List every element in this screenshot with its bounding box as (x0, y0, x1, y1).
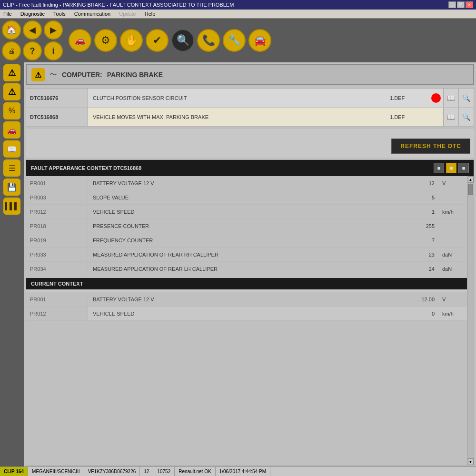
ctx-unit-pr001: V (438, 180, 467, 186)
dtc-status-1: 1.DEF (386, 95, 429, 101)
ctx-desc-pr003: SLOPE VALUE (88, 195, 400, 200)
sidebar-warning1[interactable]: ⚠ (3, 64, 20, 81)
sidebar-warning2[interactable]: ⚠ (3, 83, 20, 100)
dtc-code-1: DTC516676 (26, 89, 88, 107)
ctx-desc-pr019: FREQUENCY COUNTER (88, 238, 400, 243)
scroll-up-arrow[interactable]: ▲ (468, 176, 474, 183)
question-button[interactable]: ? (23, 41, 42, 60)
status-datetime: 1/06/2017 4:44:54 PM (216, 467, 270, 476)
scroll-down-arrow[interactable]: ▼ (468, 458, 474, 465)
transmission-button[interactable]: ⚙ (94, 29, 117, 52)
search-button[interactable]: 🔍 (171, 29, 194, 52)
forward-button[interactable]: ▶ (44, 20, 63, 40)
status-network: Renault.net OK (175, 467, 215, 476)
dtc-row-1: DTC516676 CLUTCH POSITION SENSOR CIRCUIT… (26, 89, 474, 108)
ctx-row-pr019: PR019 FREQUENCY COUNTER 7 (26, 233, 467, 248)
computer-header: ⚠ 〜 COMPUTER: PARKING BRAKE (26, 64, 474, 85)
back-button[interactable]: ◀ (23, 20, 42, 40)
sidebar-car[interactable]: 🚗 (3, 121, 20, 139)
fault-context-title: FAULT APPEARANCE CONTEXT DTC516868 (31, 165, 141, 171)
sidebar-list[interactable]: ☰ (3, 159, 20, 177)
vehicle-button[interactable]: 🚗 (69, 29, 91, 52)
info-button[interactable]: i (44, 41, 63, 60)
print-button[interactable]: 🖨 (2, 41, 21, 60)
ctx-value-pr033: 23 (400, 252, 438, 258)
status-number2: 10752 (153, 467, 175, 476)
dtc-row-2: DTC516868 VEHICLE MOVES WITH MAX. PARKIN… (26, 108, 474, 127)
fault-context-content: PR001 BATTERY VOLTAGE 12 V 12 V PR003 SL… (26, 176, 474, 465)
ctx-code-pr034: PR034 (26, 262, 88, 276)
computer-warning-icon: ⚠ (31, 68, 45, 81)
menu-diagnostic[interactable]: Diagnostic (19, 10, 46, 17)
sidebar-book[interactable]: 📖 (3, 140, 20, 158)
status-bar: CLIP 164 MEGANEIII/SCENICIII VF1KZY306D0… (0, 466, 476, 476)
maximize-button[interactable]: □ (457, 1, 465, 8)
menu-update[interactable]: Update (118, 10, 137, 17)
ctx-code-pr033: PR033 (26, 248, 88, 261)
refresh-dtc-button[interactable]: REFRESH THE DTC (391, 139, 470, 154)
dtc-desc-1: CLUTCH POSITION SENSOR CIRCUIT (88, 95, 386, 101)
ctx-value-current-pr001: 12.00 (400, 297, 438, 302)
dtc-book-btn-1[interactable]: 📖 (443, 89, 458, 107)
dtc-search-btn-1[interactable]: 🔍 (458, 89, 474, 107)
dtc-book-btn-2[interactable]: 📖 (443, 108, 458, 126)
sidebar-barcode[interactable]: ▌▌▌ (3, 198, 20, 215)
ctx-code-current-pr012: PR012 (26, 307, 88, 320)
computer-label: COMPUTER: (62, 71, 102, 79)
ctx-desc-pr012: VEHICLE SPEED (88, 209, 400, 215)
status-vin: VF1KZY306D0679226 (84, 467, 140, 476)
ctx-desc-pr034: MEASURED APPLICATION OF REAR LH CALLIPER (88, 266, 400, 272)
sidebar-save[interactable]: 💾 (3, 178, 20, 196)
car-detail-button[interactable]: 🚘 (248, 29, 271, 52)
dtc-indicator-1 (429, 89, 443, 107)
lower-panel: FAULT APPEARANCE CONTEXT DTC516868 ■ ■ ■… (26, 159, 474, 466)
ctx-desc-pr018: PRESENCE COUNTER (88, 223, 400, 229)
ctx-row-pr003: PR003 SLOPE VALUE 5 (26, 190, 467, 205)
current-context-title: CURRENT CONTEXT (31, 281, 83, 287)
check-button[interactable]: ✔ (146, 29, 169, 52)
ctx-unit-current-pr001: V (438, 297, 467, 302)
ctx-code-pr012: PR012 (26, 205, 88, 218)
dtc-status-2: 1.DEF (386, 114, 429, 120)
dtc-search-btn-2[interactable]: 🔍 (458, 108, 474, 126)
scrollbar-track[interactable]: ▲ ▼ (467, 176, 474, 465)
ctx-code-current-pr001: PR001 (26, 292, 88, 306)
ctx-row-current-pr012: PR012 VEHICLE SPEED 0 km/h (26, 307, 467, 321)
ctx-code-pr001: PR001 (26, 176, 88, 190)
close-button[interactable]: ✕ (466, 1, 473, 8)
body-area: ⚠ ⚠ % 🚗 📖 ☰ 💾 ▌▌▌ ⚠ 〜 COMPUTER: PARKING … (0, 62, 476, 466)
touch-button[interactable]: ✋ (120, 29, 143, 52)
view-btn-1[interactable]: ■ (434, 163, 444, 173)
scroll-thumb[interactable] (468, 184, 473, 195)
dtc-code-2: DTC516868 (26, 108, 88, 126)
phone-button[interactable]: 📞 (197, 29, 220, 52)
ctx-row-current-pr001: PR001 BATTERY VOLTAGE 12 V 12.00 V (26, 292, 467, 307)
ctx-value-pr003: 5 (400, 195, 438, 200)
menu-tools[interactable]: Tools (52, 10, 67, 17)
ctx-row-pr034: PR034 MEASURED APPLICATION OF REAR LH CA… (26, 262, 467, 276)
wrench-button[interactable]: 🔧 (223, 29, 246, 52)
ctx-value-pr019: 7 (400, 238, 438, 243)
menu-help[interactable]: Help (143, 10, 157, 17)
dtc-desc-2: VEHICLE MOVES WITH MAX. PARKING BRAKE (88, 114, 386, 120)
menu-file[interactable]: File (2, 10, 13, 17)
sidebar-chart[interactable]: % (3, 102, 20, 119)
menu-bar: File Diagnostic Tools Communication Upda… (0, 10, 476, 19)
ctx-value-pr018: 255 (400, 223, 438, 229)
dtc-actions-1: 📖 🔍 (443, 89, 474, 107)
section-header-buttons: ■ ■ ■ (434, 163, 469, 173)
ctx-value-current-pr012: 0 (400, 311, 438, 317)
view-btn-3[interactable]: ■ (458, 163, 469, 173)
menu-communication[interactable]: Communication (73, 10, 112, 17)
toolbar: 🏠 ◀ ▶ 🖨 ? i 🚗 ⚙ ✋ ✔ 🔍 📞 🔧 🚘 (0, 19, 476, 62)
home-button[interactable]: 🏠 (2, 20, 21, 40)
ctx-desc-pr033: MEASURED APPLICATION OF REAR RH CALLIPER (88, 252, 400, 258)
ctx-desc-current-pr012: VEHICLE SPEED (88, 311, 400, 317)
dtc-actions-2: 📖 🔍 (443, 108, 474, 126)
title-bar: CLIP - Free fault finding - PARKING BRAK… (0, 0, 476, 10)
minimize-button[interactable]: _ (448, 1, 456, 8)
ctx-unit-pr034: daN (438, 266, 467, 272)
view-btn-2[interactable]: ■ (446, 163, 456, 173)
window-controls: _ □ ✕ (448, 1, 473, 8)
ctx-desc-pr001: BATTERY VOLTAGE 12 V (88, 180, 400, 186)
